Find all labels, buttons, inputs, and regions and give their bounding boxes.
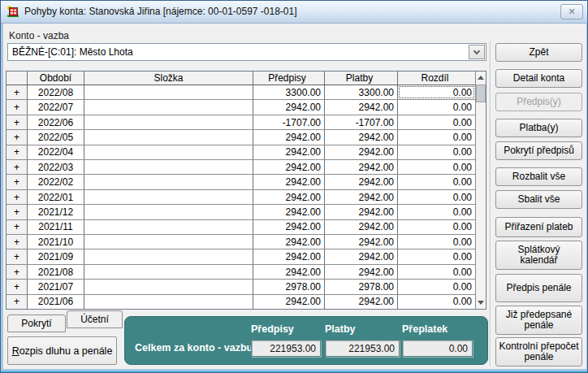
cell-platby[interactable]: -1707.00 bbox=[325, 115, 398, 129]
row-expander[interactable]: + bbox=[6, 190, 28, 204]
cell-slozka[interactable] bbox=[84, 115, 253, 129]
cell-obdobi[interactable]: 2022/04 bbox=[28, 145, 84, 159]
cell-platby[interactable]: 2942.00 bbox=[325, 235, 398, 249]
cell-rozdil[interactable]: 0.00 bbox=[398, 265, 475, 279]
cell-rozdil[interactable]: 0.00 bbox=[398, 235, 475, 249]
cell-slozka[interactable] bbox=[84, 220, 253, 234]
cell-slozka[interactable] bbox=[84, 145, 253, 159]
cell-predpisy[interactable]: 2942.00 bbox=[253, 175, 325, 189]
action-button-rozbalit-v-e[interactable]: Rozbalit vše bbox=[495, 167, 582, 186]
scrollbar-thumb[interactable] bbox=[476, 85, 486, 102]
row-expander[interactable]: + bbox=[6, 295, 28, 309]
cell-predpisy[interactable]: 2942.00 bbox=[253, 265, 325, 279]
header-slozka[interactable]: Složka bbox=[84, 72, 253, 85]
cell-platby[interactable]: 2942.00 bbox=[325, 220, 398, 234]
scroll-up-button[interactable] bbox=[476, 72, 486, 84]
cell-platby[interactable]: 2942.00 bbox=[325, 265, 398, 279]
cell-slozka[interactable] bbox=[84, 190, 253, 204]
combo-dropdown-button[interactable] bbox=[469, 45, 485, 59]
row-expander[interactable]: + bbox=[6, 249, 28, 263]
rozpis-dluhu-a-penale-button[interactable]: Rozpis dluhu a penále bbox=[7, 336, 117, 365]
vertical-scrollbar[interactable] bbox=[475, 72, 486, 309]
titlebar[interactable]: Pohyby konta: Stanovská Jiřina [nájemce:… bbox=[1, 1, 587, 24]
cell-platby[interactable]: 3300.00 bbox=[325, 85, 398, 99]
action-button-zp-t[interactable]: Zpět bbox=[495, 43, 582, 62]
cell-predpisy[interactable]: 2978.00 bbox=[253, 280, 325, 293]
cell-predpisy[interactable]: 2942.00 bbox=[253, 205, 325, 219]
cell-platby[interactable]: 2942.00 bbox=[325, 190, 398, 204]
cell-slozka[interactable] bbox=[84, 100, 253, 114]
cell-rozdil[interactable]: 0.00 bbox=[398, 100, 475, 114]
row-expander[interactable]: + bbox=[6, 100, 28, 114]
header-obdobi[interactable]: Období bbox=[28, 72, 84, 85]
cell-rozdil[interactable]: 0.00 bbox=[398, 205, 475, 219]
cell-obdobi[interactable]: 2022/05 bbox=[28, 130, 84, 144]
action-button-spl-tkov-kalend[interactable]: Splátkový kalendář bbox=[495, 241, 582, 270]
row-expander[interactable]: + bbox=[6, 145, 28, 159]
action-button-p-i-azen-plateb[interactable]: Přiřazení plateb bbox=[495, 217, 582, 237]
cell-predpisy[interactable]: 2942.00 bbox=[253, 295, 325, 309]
cell-platby[interactable]: 2942.00 bbox=[325, 145, 398, 159]
cell-platby[interactable]: 2942.00 bbox=[325, 249, 398, 263]
cell-predpisy[interactable]: 2942.00 bbox=[253, 235, 325, 249]
close-button[interactable]: ✕ bbox=[560, 4, 583, 20]
header-platby[interactable]: Platby bbox=[325, 72, 398, 85]
header-rozdil[interactable]: Rozdíl bbox=[398, 72, 475, 85]
cell-obdobi[interactable]: 2022/06 bbox=[28, 115, 84, 129]
row-expander[interactable]: + bbox=[6, 205, 28, 219]
tab-pokryt-[interactable]: Pokrytí bbox=[7, 314, 66, 332]
cell-platby[interactable]: 2942.00 bbox=[325, 160, 398, 174]
cell-predpisy[interactable]: 2942.00 bbox=[253, 249, 325, 263]
cell-rozdil[interactable]: 0.00 bbox=[398, 85, 475, 99]
row-expander[interactable]: + bbox=[6, 130, 28, 144]
action-button-ji-p-edepsan-pen-le[interactable]: Již předepsané penále bbox=[495, 306, 582, 335]
cell-rozdil[interactable]: 0.00 bbox=[398, 145, 475, 159]
action-button-pokryt-p-edpis[interactable]: Pokrytí předpisů bbox=[495, 141, 582, 160]
cell-obdobi[interactable]: 2022/03 bbox=[28, 160, 84, 174]
cell-platby[interactable]: 2942.00 bbox=[325, 175, 398, 189]
row-expander[interactable]: + bbox=[6, 85, 28, 99]
cell-predpisy[interactable]: 2942.00 bbox=[253, 130, 325, 144]
action-button-platba-y[interactable]: Platba(y) bbox=[495, 119, 582, 137]
cell-obdobi[interactable]: 2021/07 bbox=[28, 280, 84, 293]
action-button-detail-konta[interactable]: Detail konta bbox=[495, 69, 582, 88]
cell-platby[interactable]: 2942.00 bbox=[325, 295, 398, 309]
cell-rozdil[interactable]: 0.00 bbox=[398, 295, 475, 309]
cell-predpisy[interactable]: 2942.00 bbox=[253, 160, 325, 174]
cell-obdobi[interactable]: 2022/02 bbox=[28, 175, 84, 189]
cell-slozka[interactable] bbox=[84, 280, 253, 293]
cell-obdobi[interactable]: 2021/08 bbox=[28, 265, 84, 279]
cell-slozka[interactable] bbox=[84, 130, 253, 144]
cell-slozka[interactable] bbox=[84, 295, 253, 309]
cell-slozka[interactable] bbox=[84, 265, 253, 279]
cell-obdobi[interactable]: 2022/07 bbox=[28, 100, 84, 114]
cell-slozka[interactable] bbox=[84, 205, 253, 219]
cell-rozdil[interactable]: 0.00 bbox=[398, 190, 475, 204]
cell-slozka[interactable] bbox=[84, 235, 253, 249]
cell-predpisy[interactable]: 2942.00 bbox=[253, 100, 325, 114]
row-expander[interactable]: + bbox=[6, 235, 28, 249]
cell-slozka[interactable] bbox=[84, 85, 253, 99]
scroll-down-button[interactable] bbox=[476, 297, 486, 309]
cell-slozka[interactable] bbox=[84, 160, 253, 174]
cell-slozka[interactable] bbox=[84, 249, 253, 263]
row-expander[interactable]: + bbox=[6, 265, 28, 279]
action-button-sbalit-v-e[interactable]: Sbalit vše bbox=[495, 190, 582, 209]
cell-obdobi[interactable]: 2022/08 bbox=[28, 85, 84, 99]
cell-slozka[interactable] bbox=[84, 175, 253, 189]
cell-predpisy[interactable]: 3300.00 bbox=[253, 85, 325, 99]
cell-obdobi[interactable]: 2021/09 bbox=[28, 249, 84, 263]
cell-rozdil[interactable]: 0.00 bbox=[398, 130, 475, 144]
cell-predpisy[interactable]: -1707.00 bbox=[253, 115, 325, 129]
action-button-p-edpis-pen-le[interactable]: Předpis penále bbox=[495, 274, 582, 302]
row-expander[interactable]: + bbox=[6, 280, 28, 293]
cell-obdobi[interactable]: 2022/01 bbox=[28, 190, 84, 204]
cell-predpisy[interactable]: 2942.00 bbox=[253, 145, 325, 159]
tab--etn-[interactable]: Účetní bbox=[67, 310, 123, 328]
konto-vazba-select[interactable]: BĚŽNÉ-[C:01]: Město Lhota bbox=[7, 43, 486, 61]
cell-rozdil[interactable]: 0.00 bbox=[398, 220, 475, 234]
cell-platby[interactable]: 2942.00 bbox=[325, 130, 398, 144]
cell-rozdil[interactable]: 0.00 bbox=[398, 175, 475, 189]
cell-rozdil[interactable]: 0.00 bbox=[398, 115, 475, 129]
cell-obdobi[interactable]: 2021/12 bbox=[28, 205, 84, 219]
